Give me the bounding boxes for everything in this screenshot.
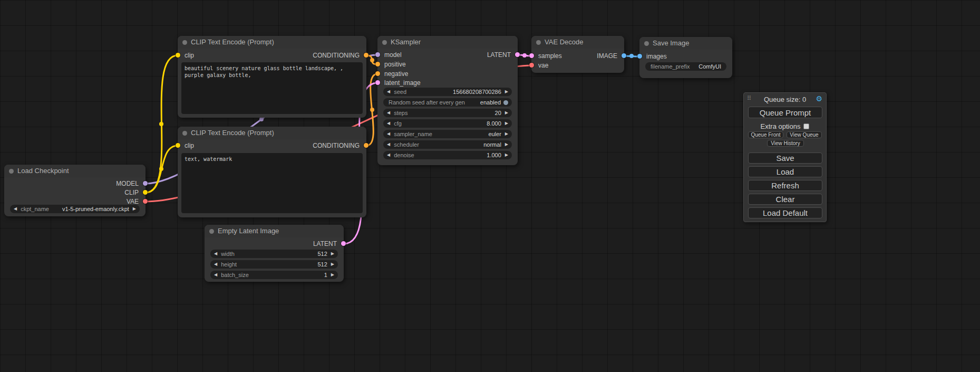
node-title: Save Image — [653, 39, 689, 47]
node-header: Save Image — [639, 37, 732, 50]
widget-name: sampler_name — [394, 131, 484, 137]
port-model-output[interactable] — [143, 181, 148, 186]
load-default-button[interactable]: Load Default — [748, 207, 822, 218]
increment-arrow-icon[interactable]: ▶ — [331, 250, 334, 258]
widget-denoise[interactable]: ◀ denoise 1.000 ▶ — [383, 151, 512, 159]
widget-name: batch_size — [221, 272, 321, 278]
port-conditioning-output[interactable] — [364, 143, 368, 148]
widget-random-seed-toggle[interactable]: Random seed after every gen enabled — [383, 98, 512, 107]
node-clip-text-encode-positive[interactable]: CLIP Text Encode (Prompt) clip CONDITION… — [178, 36, 366, 118]
widget-name: cfg — [394, 120, 483, 127]
decrement-arrow-icon[interactable]: ◀ — [214, 271, 217, 279]
decrement-arrow-icon[interactable]: ◀ — [387, 140, 390, 149]
clear-button[interactable]: Clear — [748, 194, 822, 205]
widget-sampler-name[interactable]: ◀ sampler_name euler ▶ — [383, 130, 512, 138]
decrement-arrow-icon[interactable]: ◀ — [214, 250, 217, 258]
port-positive-input[interactable] — [375, 62, 380, 66]
node-header: CLIP Text Encode (Prompt) — [178, 36, 366, 49]
increment-arrow-icon[interactable]: ▶ — [133, 205, 136, 213]
widget-seed[interactable]: ◀ seed 156680208700286 ▶ — [383, 88, 512, 96]
node-header: VAE Decode — [531, 36, 624, 49]
collapse-dot-icon[interactable] — [382, 40, 387, 45]
toggle-dot-icon[interactable] — [503, 100, 508, 105]
settings-gear-icon[interactable]: ⚙ — [816, 94, 822, 103]
decrement-arrow-icon[interactable]: ◀ — [387, 88, 390, 96]
collapse-dot-icon[interactable] — [9, 169, 14, 174]
slot-label: LATENT — [313, 240, 337, 247]
port-latent-image-input[interactable] — [375, 80, 380, 85]
increment-arrow-icon[interactable]: ▶ — [505, 130, 508, 138]
collapse-dot-icon[interactable] — [182, 40, 187, 45]
save-button[interactable]: Save — [748, 152, 822, 164]
prompt-textarea[interactable]: text, watermark — [181, 153, 363, 213]
slot-label: LATENT — [487, 51, 511, 59]
extra-options-checkbox[interactable] — [803, 123, 809, 129]
decrement-arrow-icon[interactable]: ◀ — [14, 205, 17, 213]
decrement-arrow-icon[interactable]: ◀ — [387, 151, 390, 159]
port-images-input[interactable] — [637, 54, 642, 59]
collapse-dot-icon[interactable] — [182, 131, 187, 136]
widget-value: 156680208700286 — [453, 89, 501, 95]
widget-width[interactable]: ◀ width 512 ▶ — [210, 250, 338, 258]
prompt-textarea[interactable]: beautiful scenery nature glass bottle la… — [181, 62, 363, 114]
widget-filename-prefix[interactable]: filename_prefix ComfyUI — [645, 62, 726, 71]
collapse-dot-icon[interactable] — [536, 40, 541, 45]
port-vae-output[interactable] — [143, 199, 148, 204]
port-image-output[interactable] — [622, 53, 626, 58]
decrement-arrow-icon[interactable]: ◀ — [387, 130, 390, 138]
widget-scheduler[interactable]: ◀ scheduler normal ▶ — [383, 140, 512, 149]
port-latent-output[interactable] — [515, 52, 520, 57]
slot-label: positive — [384, 61, 406, 68]
slot-label: vae — [538, 62, 548, 69]
slot-label: images — [646, 53, 667, 60]
widget-batch-size[interactable]: ◀ batch_size 1 ▶ — [210, 271, 338, 279]
widget-steps[interactable]: ◀ steps 20 ▶ — [383, 109, 512, 117]
port-conditioning-output[interactable] — [364, 53, 368, 58]
node-ksampler[interactable]: KSampler model LATENT positive negative … — [377, 36, 518, 165]
queue-front-button[interactable]: Queue Front — [748, 131, 783, 138]
increment-arrow-icon[interactable]: ▶ — [505, 109, 508, 117]
output-slot-vae: VAE — [4, 198, 145, 205]
increment-arrow-icon[interactable]: ▶ — [331, 260, 334, 269]
port-model-input[interactable] — [375, 52, 380, 57]
node-title: VAE Decode — [545, 38, 583, 46]
wire-midpoint-dot — [522, 53, 527, 58]
port-latent-output[interactable] — [341, 241, 346, 246]
view-queue-button[interactable]: View Queue — [787, 131, 822, 138]
port-vae-input[interactable] — [529, 63, 534, 68]
widget-value: euler — [488, 131, 501, 137]
output-slot-model: MODEL — [4, 180, 145, 187]
node-vae-decode[interactable]: VAE Decode samples IMAGE vae — [531, 36, 624, 73]
extra-options-label: Extra options — [761, 122, 801, 130]
node-clip-text-encode-negative[interactable]: CLIP Text Encode (Prompt) clip CONDITION… — [178, 127, 366, 217]
increment-arrow-icon[interactable]: ▶ — [505, 140, 508, 149]
decrement-arrow-icon[interactable]: ◀ — [387, 109, 390, 117]
port-negative-input[interactable] — [375, 71, 380, 76]
node-empty-latent-image[interactable]: Empty Latent Image LATENT ◀ width 512 ▶ … — [205, 225, 344, 282]
increment-arrow-icon[interactable]: ▶ — [505, 88, 508, 96]
decrement-arrow-icon[interactable]: ◀ — [387, 119, 390, 128]
node-save-image[interactable]: Save Image images filename_prefix ComfyU… — [639, 37, 732, 78]
refresh-button[interactable]: Refresh — [748, 180, 822, 191]
port-clip-output[interactable] — [143, 190, 148, 195]
collapse-dot-icon[interactable] — [644, 41, 649, 46]
input-slot-negative: negative — [377, 70, 518, 78]
slot-label: IMAGE — [597, 52, 617, 60]
queue-prompt-button[interactable]: Queue Prompt — [748, 107, 822, 118]
node-load-checkpoint[interactable]: Load Checkpoint MODEL CLIP VAE ◀ ckpt_na… — [4, 165, 145, 216]
widget-height[interactable]: ◀ height 512 ▶ — [210, 260, 338, 269]
slot-label: CONDITIONING — [313, 142, 360, 149]
load-button[interactable]: Load — [748, 166, 822, 177]
view-history-button[interactable]: View History — [767, 140, 804, 147]
increment-arrow-icon[interactable]: ▶ — [331, 271, 334, 279]
port-clip-input[interactable] — [176, 53, 180, 58]
port-samples-input[interactable] — [529, 53, 534, 58]
widget-name: denoise — [394, 152, 483, 158]
port-clip-input[interactable] — [176, 143, 180, 148]
widget-cfg[interactable]: ◀ cfg 8.000 ▶ — [383, 119, 512, 128]
decrement-arrow-icon[interactable]: ◀ — [214, 260, 217, 269]
widget-ckpt-name[interactable]: ◀ ckpt_name v1-5-pruned-emaonly.ckpt ▶ — [10, 205, 140, 213]
collapse-dot-icon[interactable] — [209, 229, 214, 234]
increment-arrow-icon[interactable]: ▶ — [505, 119, 508, 128]
increment-arrow-icon[interactable]: ▶ — [505, 151, 508, 159]
